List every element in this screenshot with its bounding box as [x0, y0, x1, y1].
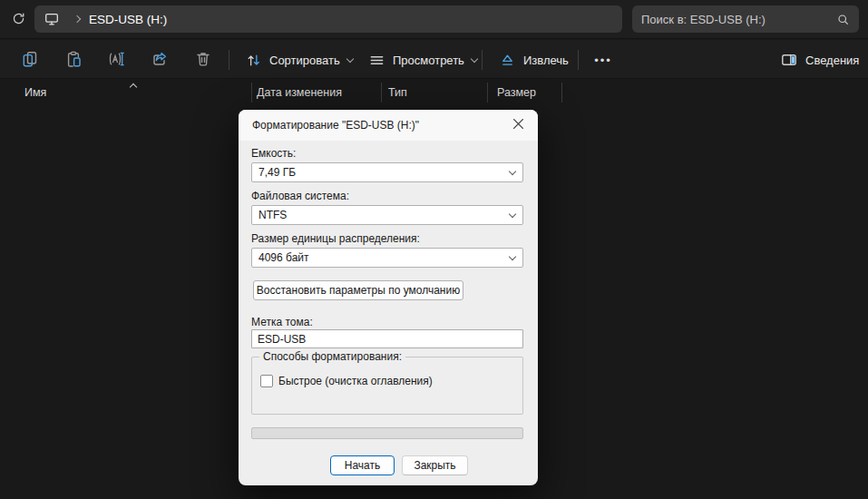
details-pane-button[interactable]: Сведения: [773, 44, 866, 75]
delete-icon: [194, 50, 212, 71]
file-system-select[interactable]: NTFS: [251, 205, 523, 225]
delete-button[interactable]: [188, 44, 219, 75]
allocation-unit-label: Размер единицы распределения:: [251, 232, 420, 245]
file-list-header: Имя Дата изменения Тип Размер: [0, 80, 868, 105]
format-progress-bar: [251, 427, 523, 439]
refresh-icon: [11, 11, 26, 29]
eject-button-label: Извлечь: [523, 54, 569, 67]
volume-label-input[interactable]: [251, 329, 523, 348]
toolbar-divider: [578, 50, 579, 70]
chevron-down-icon: [509, 252, 516, 259]
dialog-close-button[interactable]: [507, 115, 529, 135]
column-separator[interactable]: [381, 83, 382, 103]
format-options-group: Способы форматирования: Быстрое (очистка…: [251, 357, 523, 415]
eject-icon: [499, 52, 516, 69]
search-input[interactable]: [641, 13, 836, 26]
breadcrumb[interactable]: ESD-USB (H:): [89, 13, 167, 26]
rename-icon: [107, 50, 125, 71]
more-options-button[interactable]: •••: [586, 44, 620, 75]
address-bar[interactable]: ESD-USB (H:): [34, 5, 622, 33]
start-button[interactable]: Начать: [330, 455, 395, 475]
capacity-value: 7,49 ГБ: [258, 166, 510, 179]
format-options-legend: Способы форматирования:: [259, 350, 405, 363]
share-icon: [151, 50, 169, 71]
sort-button[interactable]: Сортировать: [238, 44, 360, 75]
copy-button[interactable]: [15, 44, 45, 75]
search-box: [632, 5, 859, 33]
sort-ascending-icon: [131, 80, 136, 93]
file-system-label: Файловая система:: [251, 190, 349, 202]
capacity-select[interactable]: 7,49 ГБ: [251, 162, 523, 182]
chevron-down-icon: [346, 54, 353, 62]
rename-button[interactable]: [101, 44, 132, 75]
breadcrumb-chevron-icon: [73, 15, 81, 23]
allocation-unit-select[interactable]: 4096 байт: [251, 248, 523, 268]
column-separator[interactable]: [251, 83, 252, 103]
details-pane-icon: [780, 51, 798, 69]
toolbar-divider: [229, 50, 229, 70]
view-button-label: Просмотреть: [393, 54, 464, 67]
column-header-type[interactable]: Тип: [388, 86, 407, 99]
volume-label-label: Метка тома:: [251, 316, 313, 328]
sort-button-label: Сортировать: [269, 54, 340, 67]
close-icon: [512, 119, 524, 132]
this-pc-icon: [44, 11, 60, 27]
capacity-label: Емкость:: [251, 147, 296, 160]
close-button[interactable]: Закрыть: [402, 455, 468, 475]
quick-format-label: Быстрое (очистка оглавления): [278, 375, 433, 387]
view-icon: [368, 52, 385, 69]
chevron-down-icon: [509, 167, 516, 174]
explorer-topbar: ESD-USB (H:): [0, 0, 868, 39]
format-dialog: Форматирование "ESD-USB (H:)" Емкость: 7…: [239, 110, 538, 485]
eject-button[interactable]: Извлечь: [492, 44, 576, 75]
file-system-value: NTFS: [258, 209, 510, 221]
paste-icon: [64, 50, 83, 71]
chevron-down-icon: [471, 54, 478, 62]
refresh-button[interactable]: [7, 10, 29, 30]
allocation-unit-value: 4096 байт: [258, 251, 510, 264]
command-toolbar: Сортировать Просмотреть Извлечь •••: [0, 40, 868, 79]
toolbar-divider: [482, 50, 483, 70]
column-header-size[interactable]: Размер: [497, 86, 536, 99]
dialog-title: Форматирование "ESD-USB (H:)": [252, 119, 419, 132]
column-separator[interactable]: [561, 83, 562, 103]
share-button[interactable]: [144, 44, 175, 75]
column-separator[interactable]: [487, 83, 488, 103]
search-icon: [836, 13, 850, 26]
restore-defaults-button[interactable]: Восстановить параметры по умолчанию: [253, 280, 463, 300]
column-header-name[interactable]: Имя: [24, 86, 46, 99]
chevron-down-icon: [509, 210, 516, 217]
copy-icon: [21, 50, 39, 71]
details-button-label: Сведения: [805, 54, 859, 67]
more-icon: •••: [594, 54, 612, 67]
column-header-date-modified[interactable]: Дата изменения: [257, 86, 342, 99]
view-button[interactable]: Просмотреть: [361, 44, 484, 75]
quick-format-checkbox[interactable]: [260, 375, 273, 387]
sort-icon: [245, 52, 262, 69]
paste-button[interactable]: [58, 44, 89, 75]
